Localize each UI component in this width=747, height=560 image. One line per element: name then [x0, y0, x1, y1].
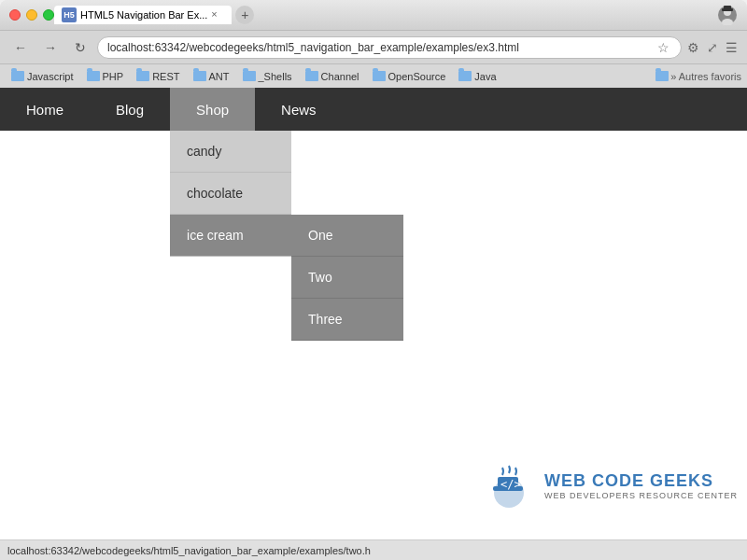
tab-favicon: H5: [62, 7, 77, 22]
bookmark-star-icon[interactable]: ☆: [655, 38, 671, 57]
dropdown-icecream[interactable]: ice cream One Two Three: [170, 215, 291, 257]
bookmark-java[interactable]: Java: [453, 69, 501, 84]
folder-icon: [87, 71, 100, 81]
logo-area: </> WEB CODE GEEKS WEB DEVELOPERS RESOUR…: [484, 460, 738, 511]
main-nav: Home Blog Shop candy chocolate ice cream: [0, 88, 747, 131]
title-bar: H5 HTML5 Navigation Bar Ex... × +: [0, 0, 747, 30]
new-tab-button[interactable]: +: [235, 6, 254, 24]
bookmark-label: _Shells: [259, 71, 292, 82]
folder-icon: [305, 71, 318, 81]
fullscreen-icon[interactable]: ⤢: [705, 38, 720, 57]
more-bookmarks-button[interactable]: » Autres favoris: [655, 71, 741, 82]
folder-icon: [11, 71, 24, 81]
logo-sub-text: WEB DEVELOPERS RESOURCE CENTER: [544, 491, 738, 500]
close-button[interactable]: [9, 9, 21, 21]
maximize-button[interactable]: [43, 9, 54, 21]
folder-icon: [136, 71, 149, 81]
url-text: localhost:63342/webcodegeeks/html5_navig…: [107, 41, 652, 54]
bookmark-label: Javascript: [27, 71, 74, 82]
status-url: localhost:63342/webcodegeeks/html5_navig…: [7, 545, 371, 556]
shop-dropdown: candy chocolate ice cream One: [170, 131, 291, 257]
browser-tab[interactable]: H5 HTML5 Navigation Bar Ex... ×: [54, 6, 232, 24]
bookmark-label: OpenSource: [388, 71, 446, 82]
svg-rect-4: [724, 6, 731, 9]
bookmarks-bar: Javascript PHP REST ANT _Shells Channel …: [0, 63, 747, 88]
nav-home[interactable]: Home: [0, 88, 90, 131]
nav-news[interactable]: News: [255, 88, 343, 131]
bookmark-label: Channel: [321, 71, 359, 82]
page-content: Home Blog Shop candy chocolate ice cream: [0, 88, 747, 539]
bookmark-ant[interactable]: ANT: [188, 69, 235, 84]
minimize-button[interactable]: [26, 9, 37, 21]
bookmark-shells[interactable]: _Shells: [237, 69, 298, 84]
navigation-bar: ← → ↻ localhost:63342/webcodegeeks/html5…: [0, 30, 747, 63]
bookmark-label: PHP: [103, 71, 124, 82]
avatar-icon: [717, 5, 738, 25]
nav-shop[interactable]: Shop candy chocolate ice cream One: [170, 88, 255, 131]
icecream-subdropdown: One Two Three: [291, 215, 403, 341]
bookmark-channel[interactable]: Channel: [300, 69, 365, 84]
svg-text:</>: </>: [500, 478, 521, 491]
back-button[interactable]: ←: [7, 35, 34, 61]
logo-main-text: WEB CODE GEEKS: [544, 471, 738, 491]
logo-icon: </>: [484, 460, 535, 511]
dropdown-chocolate[interactable]: chocolate: [170, 173, 291, 215]
bookmark-rest[interactable]: REST: [131, 69, 185, 84]
bookmark-label: REST: [152, 71, 179, 82]
tab-close-icon[interactable]: ×: [211, 8, 224, 21]
dropdown-candy[interactable]: candy: [170, 131, 291, 173]
logo-text: WEB CODE GEEKS WEB DEVELOPERS RESOURCE C…: [544, 471, 738, 500]
folder-icon: [193, 71, 206, 81]
tab-title: HTML5 Navigation Bar Ex...: [80, 9, 207, 21]
bookmark-javascript[interactable]: Javascript: [6, 69, 79, 84]
bookmark-label: ANT: [209, 71, 230, 82]
folder-icon: [373, 71, 386, 81]
window-controls: [9, 9, 54, 21]
forward-button[interactable]: →: [37, 35, 63, 61]
address-bar[interactable]: localhost:63342/webcodegeeks/html5_navig…: [97, 36, 682, 59]
more-bookmarks-label: » Autres favoris: [670, 71, 741, 82]
status-bar: localhost:63342/webcodegeeks/html5_navig…: [0, 539, 747, 560]
bookmark-label: Java: [474, 71, 496, 82]
subdropdown-three[interactable]: Three: [291, 299, 403, 341]
folder-icon: [655, 71, 669, 81]
settings-icon[interactable]: ⚙: [685, 38, 701, 57]
subdropdown-two[interactable]: Two: [291, 257, 403, 299]
browser-window: H5 HTML5 Navigation Bar Ex... × + ← → ↻ …: [0, 0, 747, 560]
refresh-button[interactable]: ↻: [67, 35, 93, 61]
subdropdown-one[interactable]: One: [291, 215, 403, 257]
folder-icon: [458, 71, 472, 81]
bookmark-php[interactable]: PHP: [81, 69, 130, 84]
bookmark-opensource[interactable]: OpenSource: [367, 69, 452, 84]
nav-blog[interactable]: Blog: [90, 88, 170, 131]
folder-icon: [243, 71, 256, 81]
menu-icon[interactable]: ☰: [724, 38, 740, 57]
